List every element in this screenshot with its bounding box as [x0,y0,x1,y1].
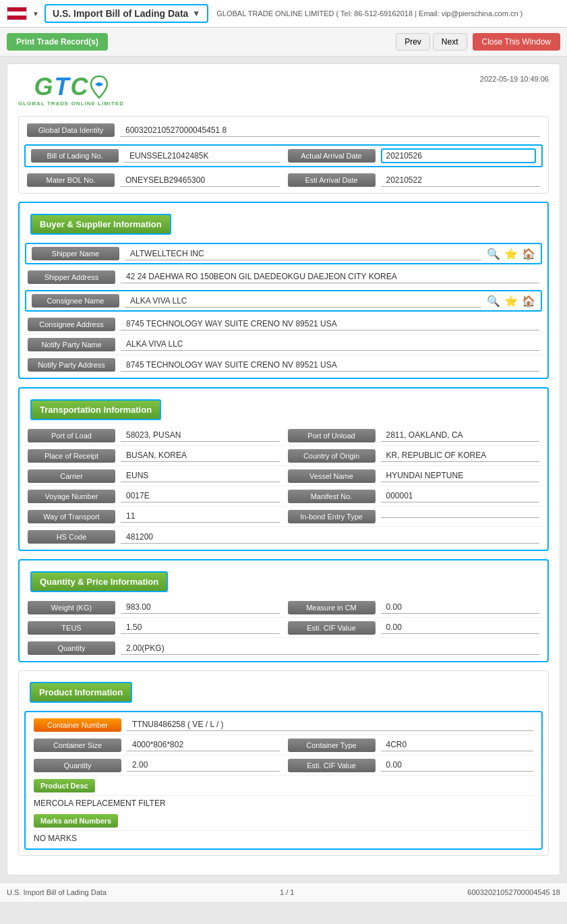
esti-cif-col: Esti. CIF Value 0.00 [288,621,540,635]
transportation-section: Transportation Information Port of Load … [18,387,549,551]
measure-value: 0.00 [381,601,540,614]
print-button[interactable]: Print Trade Record(s) [7,33,108,51]
next-button[interactable]: Next [433,33,467,51]
logo-c: C [71,75,88,99]
product-section-title: Product Information [30,682,132,703]
quantity-section-title: Quantity & Price Information [30,571,168,592]
container-size-col: Container Size 4000*806*802 [34,739,280,752]
master-bol-value: ONEYSELB29465300 [120,174,280,187]
consignee-address-row: Consignee Address 8745 TECHNOLOGY WAY SU… [22,314,545,335]
vessel-col: Vessel Name HYUNDAI NEPTUNE [288,469,540,483]
carrier-vessel-row: Carrier EUNS Vessel Name HYUNDAI NEPTUNE [22,466,545,486]
shipper-search-icon[interactable]: 🔍 [487,248,500,260]
container-inner-section: Container Number TTNU8486258 ( VE / L / … [24,711,543,850]
esti-arrival-value: 20210522 [381,174,541,187]
shipper-home-icon[interactable]: 🏠 [522,248,535,260]
product-desc-button[interactable]: Product Desc [34,779,95,792]
master-bol-label: Mater BOL No. [27,173,115,187]
port-of-unload-value: 2811, OAKLAND, CA [381,429,540,442]
actual-arrival-label: Actual Arrival Date [288,149,376,163]
shipper-name-row: Shipper Name ALTWELLTECH INC 🔍 ⭐ 🏠 [25,243,542,264]
consignee-name-label: Consignee Name [32,294,119,308]
product-cif-col: Esti. CIF Value 0.00 [288,759,534,772]
app-title-dropdown[interactable]: ▼ [192,9,200,18]
header-bar: ▼ U.S. Import Bill of Lading Data ▼ GLOB… [0,0,567,28]
shipper-address-label: Shipper Address [28,270,115,284]
footer-record-id: 60032021052700004545 18 [467,888,560,896]
esti-arrival-label: Esti Arrival Date [288,173,376,187]
weight-label: Weight (KG) [28,601,115,614]
notify-party-address-value: 8745 TECHNOLOGY WAY SUITE CRENO NV 89521… [121,359,539,372]
country-origin-col: Country of Origin KR, REPUBLIC OF KOREA [288,449,540,463]
gdi-label: Global Data Identity [27,123,115,137]
esti-arrival-col: Esti Arrival Date 20210522 [288,173,541,187]
logo-subtitle: GLOBAL TRADE ONLINE LIMITED [18,100,124,107]
shipper-address-row: Shipper Address 42 24 DAEHWA RO 150BEON … [22,267,545,287]
logo-graphic: G T C [34,75,109,99]
bol-row: Bill of Lading No. EUNSSEL21042485K Actu… [24,144,543,167]
consignee-address-value: 8745 TECHNOLOGY WAY SUITE CRENO NV 89521… [121,318,539,330]
measure-col: Measure in CM 0.00 [288,601,540,614]
shipper-star-icon[interactable]: ⭐ [504,248,518,260]
consignee-search-icon[interactable]: 🔍 [487,295,500,308]
container-type-col: Container Type 4CR0 [288,739,534,752]
teus-cif-row: TEUS 1.50 Esti. CIF Value 0.00 [22,618,545,638]
hs-code-value: 481200 [121,531,539,544]
port-of-load-label: Port of Load [28,429,115,442]
container-size-type-row: Container Size 4000*806*802 Container Ty… [28,735,539,755]
container-number-row: Container Number TTNU8486258 ( VE / L / … [28,715,539,735]
quantity-value: 2.00(PKG) [121,642,539,655]
weight-col: Weight (KG) 983.00 [28,601,280,614]
transport-inbond-row: Way of Transport 11 In-bond Entry Type [22,507,545,527]
voyage-number-label: Voyage Number [28,490,115,503]
port-of-unload-label: Port of Unload [288,429,376,442]
gdi-row: Global Data Identity 6003202105270000454… [22,119,545,142]
dropdown-arrow[interactable]: ▼ [32,10,39,18]
inbond-entry-value [381,515,540,518]
quantity-header-row: Quantity & Price Information [22,563,545,598]
manifest-no-value: 000001 [381,490,540,502]
consignee-home-icon[interactable]: 🏠 [522,295,535,308]
way-of-transport-label: Way of Transport [28,510,115,523]
shipper-address-value: 42 24 DAEHWA RO 150BEON GIL DAEDEOKGU DA… [121,270,539,283]
voyage-number-value: 0017E [121,490,280,502]
product-esti-cif-value: 0.00 [381,759,534,772]
container-size-value: 4000*806*802 [127,739,280,751]
footer-app-name: U.S. Import Bill of Lading Data [7,888,107,896]
logo-t: T [55,75,69,99]
product-desc-value: MERCOLA REPLACEMENT FILTER [28,796,539,811]
quantity-price-section: Quantity & Price Information Weight (KG)… [18,559,549,662]
marks-button[interactable]: Marks and Numbers [34,814,118,828]
buyer-supplier-section: Buyer & Supplier Information Shipper Nam… [18,202,549,379]
timestamp: 2022-05-19 10:49:06 [480,75,549,83]
weight-measure-row: Weight (KG) 983.00 Measure in CM 0.00 [22,598,545,618]
app-title: U.S. Import Bill of Lading Data [53,8,188,19]
prev-button[interactable]: Prev [396,33,430,51]
marks-value: NO MARKS [28,831,539,846]
country-of-origin-label: Country of Origin [288,449,376,463]
vessel-name-label: Vessel Name [288,469,376,483]
place-of-receipt-label: Place of Receipt [28,449,115,463]
consignee-name-row: Consignee Name ALKA VIVA LLC 🔍 ⭐ 🏠 [25,290,542,312]
consignee-star-icon[interactable]: ⭐ [504,295,518,308]
product-quantity-col: Quantity 2.00 [34,759,280,772]
notify-party-name-row: Notify Party Name ALKA VIVA LLC [22,335,545,355]
footer: U.S. Import Bill of Lading Data 1 / 1 60… [0,882,567,902]
gdi-value: 600320210527000045451 8 [120,124,540,137]
container-number-label: Container Number [34,718,121,732]
close-button[interactable]: Close This Window [473,33,560,51]
teus-label: TEUS [28,621,115,635]
carrier-col: Carrier EUNS [28,469,280,483]
place-of-receipt-value: BUSAN, KOREA [121,449,280,462]
carrier-value: EUNS [121,469,280,482]
inbond-col: In-bond Entry Type [288,510,540,523]
manifest-no-label: Manifest No. [288,490,376,503]
notify-party-name-label: Notify Party Name [28,338,115,351]
product-quantity-label: Quantity [34,759,121,772]
receipt-origin-row: Place of Receipt BUSAN, KOREA Country of… [22,446,545,466]
consignee-name-value: ALKA VIVA LLC [125,295,481,308]
product-section: Product Information Container Number TTN… [18,670,549,856]
company-info: GLOBAL TRADE ONLINE LIMITED ( Tel: 86-51… [216,9,523,18]
hs-code-label: HS Code [28,530,115,544]
vessel-name-value: HYUNDAI NEPTUNE [381,469,540,482]
